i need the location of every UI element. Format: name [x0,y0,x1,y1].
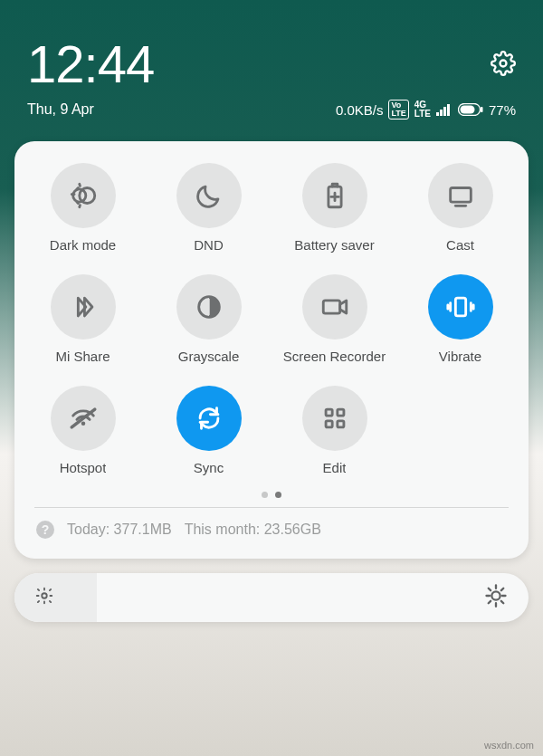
svg-rect-1 [436,112,439,116]
svg-point-8 [42,593,47,598]
clock: 12:44 [27,38,154,91]
tile-label: Sync [194,460,224,475]
page-indicator[interactable] [20,492,523,498]
tile-edit[interactable]: Edit [272,386,397,475]
cast-icon [428,163,493,228]
svg-rect-3 [443,107,446,116]
sync-icon [176,386,242,451]
quick-settings-panel: Dark modeDNDBattery saverCastMi ShareGra… [14,141,529,559]
svg-rect-7 [481,107,483,112]
battery-saver-icon [302,163,367,228]
svg-point-0 [500,61,507,67]
battery-percent: 77% [489,102,516,118]
settings-button[interactable] [491,38,516,80]
svg-rect-2 [440,110,443,116]
network-type: 4GLTE [414,100,431,119]
signal-icon [436,103,452,116]
battery-icon [458,103,483,116]
usage-today: Today: 377.1MB [67,522,172,538]
status-icons: 0.0KB/s VoLTE 4GLTE 77% [336,100,516,120]
tile-vibrate[interactable]: Vibrate [397,274,523,364]
tile-cast[interactable]: Cast [397,163,523,253]
svg-point-9 [491,591,500,599]
gear-icon [491,51,516,76]
data-usage-row[interactable]: ? Today: 377.1MB This month: 23.56GB [20,508,523,551]
page-dot-0 [262,492,268,498]
tile-label: Screen Recorder [283,349,386,364]
tile-label: Edit [323,460,347,475]
tile-label: Grayscale [178,349,240,364]
tile-label: Cast [446,237,474,253]
page-dot-1 [275,492,281,498]
status-area: 12:44 Thu, 9 Apr 0.0KB/s VoLTE 4GLTE 77% [0,0,543,132]
tile-battery-saver[interactable]: Battery saver [272,163,397,253]
grayscale-icon [176,274,242,340]
date: Thu, 9 Apr [27,101,94,118]
hotspot-icon [51,386,116,451]
tile-screen-recorder[interactable]: Screen Recorder [272,274,397,364]
usage-month: This month: 23.56GB [185,522,321,538]
tile-label: Dark mode [50,237,116,253]
tile-label: Hotspot [60,460,107,475]
info-icon: ? [36,521,54,539]
brightness-high-icon [483,583,509,612]
brightness-track-fill [14,573,97,622]
tile-label: Vibrate [439,349,481,364]
brightness-slider[interactable] [14,573,529,622]
tile-label: Mi Share [55,349,110,364]
tile-dnd[interactable]: DND [146,163,272,253]
dnd-icon [176,163,242,228]
tile-label: Battery saver [294,237,374,253]
tile-label: DND [194,237,224,253]
mi-share-icon [51,274,116,340]
data-rate: 0.0KB/s [336,102,384,118]
tile-hotspot[interactable]: Hotspot [20,386,146,475]
vibrate-icon [428,274,493,340]
tile-sync[interactable]: Sync [146,386,272,475]
volte-badge: VoLTE [388,100,408,120]
tiles-grid: Dark modeDNDBattery saverCastMi ShareGra… [20,163,523,475]
tile-grayscale[interactable]: Grayscale [146,274,272,364]
svg-rect-4 [447,104,450,116]
dark-mode-icon [51,163,116,228]
tile-dark-mode[interactable]: Dark mode [20,163,146,253]
watermark: wsxdn.com [484,740,534,751]
svg-rect-6 [460,106,474,114]
screen-recorder-icon [302,274,367,340]
tile-mi-share[interactable]: Mi Share [20,274,146,364]
edit-icon [302,386,367,451]
